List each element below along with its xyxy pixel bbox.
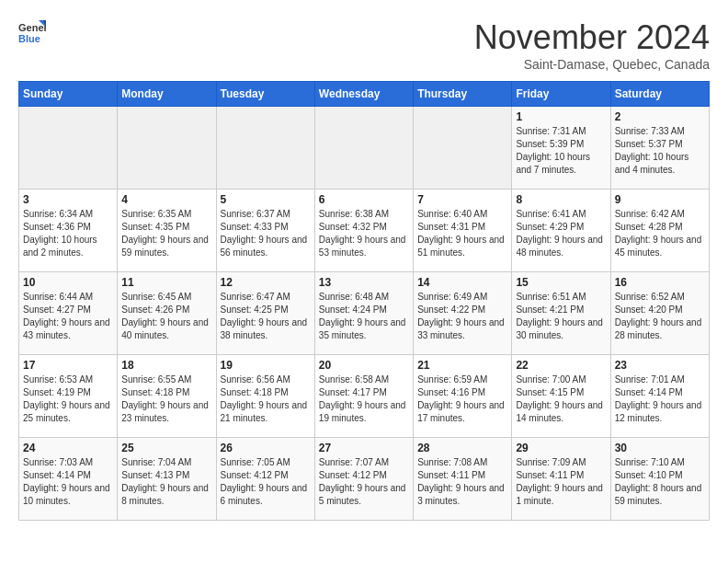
- day-number: 12: [221, 276, 311, 289]
- day-info: Sunrise: 6:53 AM Sunset: 4:19 PM Dayligh…: [23, 373, 113, 425]
- calendar-cell: 5Sunrise: 6:37 AM Sunset: 4:33 PM Daylig…: [216, 190, 314, 272]
- day-info: Sunrise: 6:34 AM Sunset: 4:36 PM Dayligh…: [23, 208, 113, 259]
- calendar-cell: 22Sunrise: 7:00 AM Sunset: 4:15 PM Dayli…: [512, 355, 610, 438]
- weekday-header-row: SundayMondayTuesdayWednesdayThursdayFrid…: [19, 82, 710, 107]
- calendar-cell: 24Sunrise: 7:03 AM Sunset: 4:14 PM Dayli…: [19, 438, 118, 521]
- day-info: Sunrise: 6:58 AM Sunset: 4:17 PM Dayligh…: [319, 373, 409, 425]
- day-number: 18: [121, 359, 211, 372]
- day-number: 6: [319, 193, 409, 206]
- day-info: Sunrise: 6:56 AM Sunset: 4:18 PM Dayligh…: [221, 373, 311, 425]
- day-number: 7: [417, 193, 507, 206]
- logo: General Blue: [18, 18, 46, 46]
- day-number: 27: [319, 442, 409, 454]
- day-info: Sunrise: 6:42 AM Sunset: 4:28 PM Dayligh…: [615, 208, 705, 259]
- svg-text:Blue: Blue: [18, 33, 40, 44]
- calendar-cell: 18Sunrise: 6:55 AM Sunset: 4:18 PM Dayli…: [118, 355, 216, 438]
- day-info: Sunrise: 6:48 AM Sunset: 4:24 PM Dayligh…: [319, 291, 409, 342]
- calendar-cell: 19Sunrise: 6:56 AM Sunset: 4:18 PM Dayli…: [216, 355, 314, 438]
- day-info: Sunrise: 6:59 AM Sunset: 4:16 PM Dayligh…: [417, 373, 507, 425]
- day-info: Sunrise: 6:41 AM Sunset: 4:29 PM Dayligh…: [516, 208, 606, 259]
- weekday-header-wednesday: Wednesday: [314, 82, 413, 107]
- day-number: 28: [417, 442, 507, 454]
- day-number: 1: [516, 110, 606, 123]
- calendar-cell: 26Sunrise: 7:05 AM Sunset: 4:12 PM Dayli…: [216, 438, 314, 521]
- day-info: Sunrise: 7:10 AM Sunset: 4:10 PM Dayligh…: [615, 456, 705, 508]
- day-info: Sunrise: 7:31 AM Sunset: 5:39 PM Dayligh…: [516, 125, 606, 177]
- day-number: 9: [615, 193, 705, 206]
- day-number: 17: [23, 359, 113, 372]
- day-info: Sunrise: 7:07 AM Sunset: 4:12 PM Dayligh…: [319, 456, 409, 508]
- calendar-cell: 9Sunrise: 6:42 AM Sunset: 4:28 PM Daylig…: [610, 190, 709, 272]
- weekday-header-friday: Friday: [512, 82, 610, 107]
- calendar-cell: 1Sunrise: 7:31 AM Sunset: 5:39 PM Daylig…: [512, 107, 610, 190]
- calendar-week-3: 10Sunrise: 6:44 AM Sunset: 4:27 PM Dayli…: [19, 272, 710, 355]
- calendar-cell: 7Sunrise: 6:40 AM Sunset: 4:31 PM Daylig…: [414, 190, 512, 272]
- calendar-cell: 12Sunrise: 6:47 AM Sunset: 4:25 PM Dayli…: [216, 272, 314, 355]
- calendar-cell: 15Sunrise: 6:51 AM Sunset: 4:21 PM Dayli…: [512, 272, 610, 355]
- month-title: November 2024: [474, 18, 710, 57]
- day-number: 20: [319, 359, 409, 372]
- day-info: Sunrise: 7:08 AM Sunset: 4:11 PM Dayligh…: [417, 456, 507, 508]
- day-number: 14: [417, 276, 507, 289]
- day-number: 24: [23, 442, 113, 454]
- day-number: 10: [23, 276, 113, 289]
- day-number: 29: [516, 442, 606, 454]
- calendar-cell: 2Sunrise: 7:33 AM Sunset: 5:37 PM Daylig…: [610, 107, 709, 190]
- calendar-cell: [414, 107, 512, 190]
- day-number: 25: [121, 442, 211, 454]
- calendar-cell: 23Sunrise: 7:01 AM Sunset: 4:14 PM Dayli…: [610, 355, 709, 438]
- calendar-cell: 10Sunrise: 6:44 AM Sunset: 4:27 PM Dayli…: [19, 272, 118, 355]
- day-number: 16: [615, 276, 705, 289]
- day-number: 8: [516, 193, 606, 206]
- calendar-table: SundayMondayTuesdayWednesdayThursdayFrid…: [18, 81, 710, 521]
- calendar-cell: 29Sunrise: 7:09 AM Sunset: 4:11 PM Dayli…: [512, 438, 610, 521]
- calendar-week-1: 1Sunrise: 7:31 AM Sunset: 5:39 PM Daylig…: [19, 107, 710, 190]
- day-info: Sunrise: 7:05 AM Sunset: 4:12 PM Dayligh…: [221, 456, 311, 508]
- day-info: Sunrise: 6:35 AM Sunset: 4:35 PM Dayligh…: [121, 208, 211, 259]
- day-number: 11: [121, 276, 211, 289]
- day-number: 21: [417, 359, 507, 372]
- calendar-cell: 25Sunrise: 7:04 AM Sunset: 4:13 PM Dayli…: [118, 438, 216, 521]
- calendar-week-2: 3Sunrise: 6:34 AM Sunset: 4:36 PM Daylig…: [19, 190, 710, 272]
- day-number: 26: [221, 442, 311, 454]
- day-number: 13: [319, 276, 409, 289]
- calendar-cell: 3Sunrise: 6:34 AM Sunset: 4:36 PM Daylig…: [19, 190, 118, 272]
- weekday-header-monday: Monday: [118, 82, 216, 107]
- calendar-cell: 27Sunrise: 7:07 AM Sunset: 4:12 PM Dayli…: [314, 438, 413, 521]
- calendar-cell: 30Sunrise: 7:10 AM Sunset: 4:10 PM Dayli…: [610, 438, 709, 521]
- day-info: Sunrise: 6:44 AM Sunset: 4:27 PM Dayligh…: [23, 291, 113, 342]
- day-info: Sunrise: 6:47 AM Sunset: 4:25 PM Dayligh…: [221, 291, 311, 342]
- calendar-cell: 14Sunrise: 6:49 AM Sunset: 4:22 PM Dayli…: [414, 272, 512, 355]
- day-info: Sunrise: 6:45 AM Sunset: 4:26 PM Dayligh…: [121, 291, 211, 342]
- calendar-cell: 4Sunrise: 6:35 AM Sunset: 4:35 PM Daylig…: [118, 190, 216, 272]
- logo-icon: General Blue: [18, 18, 46, 46]
- day-number: 4: [121, 193, 211, 206]
- weekday-header-saturday: Saturday: [610, 82, 709, 107]
- day-info: Sunrise: 7:03 AM Sunset: 4:14 PM Dayligh…: [23, 456, 113, 508]
- day-info: Sunrise: 7:00 AM Sunset: 4:15 PM Dayligh…: [516, 373, 606, 425]
- calendar-cell: 20Sunrise: 6:58 AM Sunset: 4:17 PM Dayli…: [314, 355, 413, 438]
- day-info: Sunrise: 7:09 AM Sunset: 4:11 PM Dayligh…: [516, 456, 606, 508]
- calendar-week-4: 17Sunrise: 6:53 AM Sunset: 4:19 PM Dayli…: [19, 355, 710, 438]
- day-info: Sunrise: 7:01 AM Sunset: 4:14 PM Dayligh…: [615, 373, 705, 425]
- calendar-cell: 6Sunrise: 6:38 AM Sunset: 4:32 PM Daylig…: [314, 190, 413, 272]
- calendar-body: 1Sunrise: 7:31 AM Sunset: 5:39 PM Daylig…: [19, 107, 710, 521]
- day-info: Sunrise: 7:33 AM Sunset: 5:37 PM Dayligh…: [615, 125, 705, 177]
- calendar-cell: [216, 107, 314, 190]
- day-number: 5: [221, 193, 311, 206]
- page-header: General Blue November 2024 Saint-Damase,…: [18, 18, 710, 72]
- calendar-cell: 13Sunrise: 6:48 AM Sunset: 4:24 PM Dayli…: [314, 272, 413, 355]
- day-number: 22: [516, 359, 606, 372]
- calendar-cell: 16Sunrise: 6:52 AM Sunset: 4:20 PM Dayli…: [610, 272, 709, 355]
- calendar-cell: 17Sunrise: 6:53 AM Sunset: 4:19 PM Dayli…: [19, 355, 118, 438]
- day-info: Sunrise: 7:04 AM Sunset: 4:13 PM Dayligh…: [121, 456, 211, 508]
- location-subtitle: Saint-Damase, Quebec, Canada: [474, 57, 710, 72]
- calendar-cell: [118, 107, 216, 190]
- calendar-cell: 11Sunrise: 6:45 AM Sunset: 4:26 PM Dayli…: [118, 272, 216, 355]
- title-block: November 2024 Saint-Damase, Quebec, Cana…: [474, 18, 710, 72]
- day-info: Sunrise: 6:51 AM Sunset: 4:21 PM Dayligh…: [516, 291, 606, 342]
- calendar-cell: [314, 107, 413, 190]
- day-number: 2: [615, 110, 705, 123]
- day-info: Sunrise: 6:49 AM Sunset: 4:22 PM Dayligh…: [417, 291, 507, 342]
- day-number: 23: [615, 359, 705, 372]
